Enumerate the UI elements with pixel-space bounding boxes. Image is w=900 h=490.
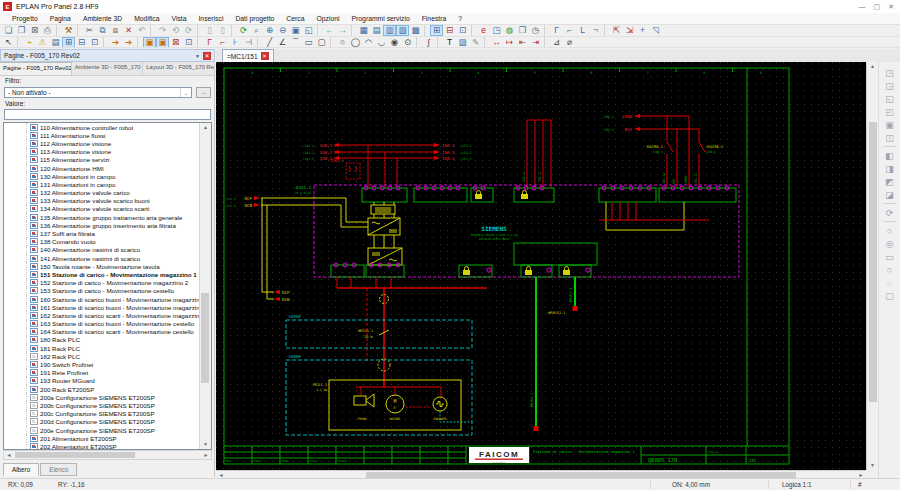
tree-item-200c[interactable]: 200c Configurazione SIEMENS ET200SP <box>4 410 200 418</box>
zoom-select-icon[interactable]: ⌕ <box>250 25 263 36</box>
grid-on-icon[interactable]: ⊞ <box>430 25 443 36</box>
tree-item-160[interactable]: 160 Stazione di scarico buoni - Moviment… <box>4 295 200 303</box>
align-icon[interactable]: ⊡ <box>456 25 469 36</box>
shape-oval-icon[interactable]: ◌ <box>882 276 897 289</box>
redo-list-icon[interactable]: ⟳ <box>182 25 195 36</box>
tree-item-134[interactable]: 134 Alimentazione valvole scarico scarti <box>4 205 200 213</box>
tree-item-136[interactable]: 136 Alimentazione gruppo inserimento ari… <box>4 221 200 229</box>
scroll-left-icon[interactable]: ◄ <box>4 451 14 459</box>
rect-tool-icon[interactable]: ▭ <box>302 37 315 48</box>
move-out-icon[interactable]: ⇲ <box>623 25 636 36</box>
eplan-portal-icon[interactable]: e <box>477 25 490 36</box>
tree-item-180[interactable]: 180 Rack PLC <box>4 336 200 344</box>
menu--[interactable]: ? <box>452 15 468 22</box>
scroll-up-icon[interactable]: ▲ <box>200 123 211 132</box>
view-3d-c-icon[interactable]: ◱ <box>882 92 897 105</box>
menu-modifica[interactable]: Modifica <box>128 15 165 22</box>
line-tool-icon[interactable]: ╱ <box>263 37 276 48</box>
grid-d-icon[interactable]: ▨ <box>396 25 409 36</box>
interrupt-point-icon[interactable]: ⊠ <box>169 37 182 48</box>
panel-tab[interactable]: Ambiente 3D - F005_170 ... <box>72 62 144 75</box>
page-tab[interactable]: =MC1/151 ✕ <box>222 49 274 62</box>
text-tool-icon[interactable]: T <box>443 37 456 48</box>
tree-item-201[interactable]: 201 Alimentazioni ET200SP <box>4 434 200 442</box>
panel-close-icon[interactable]: ✕ <box>203 52 211 60</box>
new-project-icon[interactable]: ❏ <box>2 25 15 36</box>
schematic-canvas[interactable]: 0123456789 150.1 150.2 150.3 150.1 150.2… <box>216 62 866 470</box>
grid-b-icon[interactable]: ▤ <box>370 25 383 36</box>
view-side-b-icon[interactable]: ◨ <box>882 162 897 175</box>
delete-icon[interactable]: ✕ <box>122 25 135 36</box>
tree-item-131[interactable]: 131 Alimentazioni in campo <box>4 180 200 188</box>
move-in-icon[interactable]: ⇱ <box>610 25 623 36</box>
clock-icon[interactable]: ◷ <box>529 25 542 36</box>
tree-item-163[interactable]: 163 Stazione di scarico buoni - Moviment… <box>4 320 200 328</box>
device-icon[interactable]: ⌁ <box>23 37 36 48</box>
menu-cerca[interactable]: Cerca <box>280 15 310 22</box>
tree-item-113[interactable]: 113 Alimentazione visione <box>4 148 200 156</box>
grid-c-icon[interactable]: ▥ <box>383 25 396 36</box>
cut-icon[interactable]: ✂ <box>83 25 96 36</box>
view-3d-b-icon[interactable]: ◲ <box>882 79 897 92</box>
view-3d-f-icon[interactable]: ◫ <box>882 131 897 144</box>
doc-icon[interactable]: ❒ <box>516 25 529 36</box>
view-3d-a-icon[interactable]: ◳ <box>882 66 897 79</box>
tree-item-190[interactable]: 190 Switch Profinet <box>4 360 200 368</box>
tree-item-202[interactable]: 202 Alimentazioni ET200SP <box>4 442 200 449</box>
dim-chain-icon[interactable]: ⇥ <box>529 37 542 48</box>
tree-item-151[interactable]: 151 Stazione di carico - Movimentazione … <box>4 270 200 278</box>
shape-rect-icon[interactable]: ▭ <box>882 250 897 263</box>
zoom-out-icon[interactable]: ⊖ <box>276 25 289 36</box>
warning-icon[interactable]: ⚠ <box>36 37 49 48</box>
panel-dropdown-icon[interactable]: ▼ <box>195 53 200 59</box>
menu-finestra[interactable]: Finestra <box>416 15 453 22</box>
tree-item-141[interactable]: 141 Alimentazione nastrini di scarico <box>4 254 200 262</box>
menu-progetto[interactable]: Progetto <box>6 15 44 22</box>
tree-item-162[interactable]: 162 Stazione di scarico scarti - Movimen… <box>4 311 200 319</box>
menu-inserisci[interactable]: Inserisci <box>192 15 229 22</box>
print-icon[interactable]: ⎙ <box>41 25 54 36</box>
maximize-button[interactable]: ▢ <box>874 3 881 11</box>
hyperlink-tool-icon[interactable]: ✎ <box>469 37 482 48</box>
canvas-horizontal-scrollbar[interactable]: ◄ ► <box>216 470 866 478</box>
panel-header[interactable]: Pagine - F005_170 Rev02 ▼ ✕ <box>0 49 215 62</box>
tree-item-133[interactable]: 133 Alimentazione valvole scarico buoni <box>4 197 200 205</box>
tree-item-120[interactable]: 120 Alimentazione HMI <box>4 164 200 172</box>
minimize-button[interactable]: — <box>859 3 866 11</box>
tree-item-200b[interactable]: 200b Configurazione SIEMENS ET200SP <box>4 401 200 409</box>
next-page-icon[interactable]: ▯ <box>216 25 229 36</box>
tree-item-138[interactable]: 138 Comando vuoto <box>4 238 200 246</box>
tree-item-161[interactable]: 161 Stazione di scarico buoni - Moviment… <box>4 303 200 311</box>
tree-item-140[interactable]: 140 Alimentazione nastrini di scarico <box>4 246 200 254</box>
panel-tab[interactable]: Pagine - F005_170 Rev02 <box>0 62 72 75</box>
refresh-icon[interactable]: ⟳ <box>237 25 250 36</box>
trim-icon[interactable]: ◹ <box>649 25 662 36</box>
corner-bl-icon[interactable]: L <box>576 25 589 36</box>
arc4-tool-icon[interactable]: ◡ <box>375 37 388 48</box>
tree-item-152[interactable]: 152 Stazione di carico - Movimentazione … <box>4 279 200 287</box>
page-macro-icon[interactable]: ◳ <box>490 25 503 36</box>
view-side-d-icon[interactable]: ◪ <box>882 188 897 201</box>
arc3-tool-icon[interactable]: ◠ <box>362 37 375 48</box>
tree-item-150[interactable]: 150 Tavola rotante - Movimentazione tavo… <box>4 262 200 270</box>
structure-box-icon[interactable]: ⊡ <box>88 37 101 48</box>
menu-vista[interactable]: Vista <box>165 15 192 22</box>
tree-item-181[interactable]: 181 Rack PLC <box>4 344 200 352</box>
filter-combo[interactable]: - Non attivato - ⌄ <box>4 87 192 98</box>
tree-item-164[interactable]: 164 Stazione di scarico scarti - Movimen… <box>4 328 200 336</box>
tree-item-191[interactable]: 191 Rete Profinet <box>4 369 200 377</box>
snap-icon[interactable]: ⊟ <box>443 25 456 36</box>
tree-item-137[interactable]: 137 Soffi aria filtrata <box>4 229 200 237</box>
scroll-up-icon[interactable]: ▲ <box>867 62 878 71</box>
settings-wrench-icon[interactable]: ⚒ <box>62 25 75 36</box>
goto-target-icon[interactable]: ➔ <box>122 37 135 48</box>
redo-icon[interactable]: ↷ <box>156 25 169 36</box>
t-node-right-icon[interactable]: Γ <box>203 37 216 48</box>
rotate-3d-icon[interactable]: ⟳ <box>882 206 897 219</box>
menu-dati-progetto[interactable]: Dati progetto <box>229 15 280 22</box>
undo-list-icon[interactable]: ⟲ <box>169 25 182 36</box>
black-box-icon[interactable]: ⊟ <box>75 37 88 48</box>
tree-item-200e[interactable]: 200e Configurazione SIEMENS ET200SP <box>4 426 200 434</box>
prev-page-icon[interactable]: ▯ <box>203 25 216 36</box>
tree-item-135[interactable]: 135 Alimentazione gruppo trattamento ari… <box>4 213 200 221</box>
